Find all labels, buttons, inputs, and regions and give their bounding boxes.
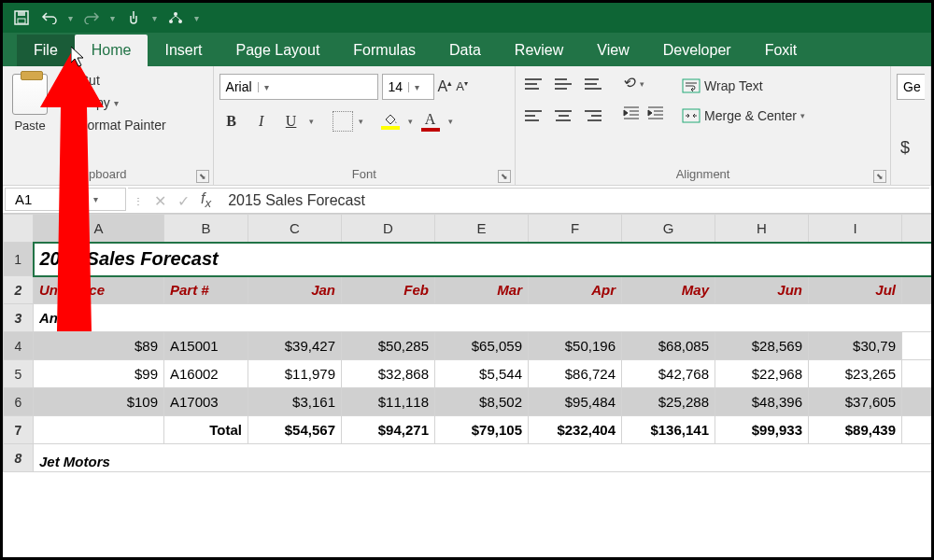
- font-dialog-launcher[interactable]: ⬊: [498, 170, 511, 183]
- tab-data[interactable]: Data: [432, 35, 498, 66]
- cell[interactable]: $50,285: [342, 332, 435, 360]
- align-left-button[interactable]: [521, 105, 545, 126]
- dropdown-icon[interactable]: ▾: [152, 13, 157, 23]
- number-format-combo[interactable]: Ge: [897, 74, 925, 100]
- clipboard-dialog-launcher[interactable]: ⬊: [196, 170, 209, 183]
- cell[interactable]: Part #: [164, 276, 248, 304]
- cell[interactable]: $99: [34, 360, 164, 388]
- alignment-dialog-launcher[interactable]: ⬊: [873, 170, 886, 183]
- column-header[interactable]: D: [342, 215, 435, 243]
- borders-button[interactable]: [333, 111, 353, 132]
- touch-mode-icon[interactable]: [124, 8, 143, 27]
- row-header[interactable]: 8: [4, 444, 34, 472]
- italic-button[interactable]: I: [249, 109, 274, 133]
- cell[interactable]: $79,105: [435, 416, 529, 444]
- font-name-combo[interactable]: Arial ▾: [219, 74, 378, 100]
- fx-icon[interactable]: fx: [201, 190, 211, 210]
- tab-file[interactable]: File: [17, 35, 75, 66]
- increase-indent-button[interactable]: [646, 105, 665, 126]
- cell[interactable]: Unit Price: [34, 276, 164, 304]
- cell[interactable]: $136,141: [622, 416, 715, 444]
- row-header[interactable]: 6: [4, 388, 34, 416]
- cell[interactable]: Mar: [435, 276, 529, 304]
- align-center-button[interactable]: [551, 105, 575, 126]
- row-header[interactable]: 4: [4, 332, 34, 360]
- cell[interactable]: Aug: [902, 276, 935, 304]
- tab-developer[interactable]: Developer: [646, 35, 748, 66]
- cell[interactable]: May: [622, 276, 715, 304]
- dropdown-icon[interactable]: ▾: [309, 117, 314, 126]
- cell[interactable]: $8,502: [435, 388, 529, 416]
- cell[interactable]: $32,868: [342, 360, 435, 388]
- cell[interactable]: $5,544: [435, 360, 529, 388]
- cell[interactable]: $65,059: [435, 332, 529, 360]
- column-header[interactable]: I: [809, 215, 902, 243]
- font-color-button[interactable]: A: [418, 111, 443, 132]
- dropdown-icon[interactable]: ▾: [359, 117, 363, 126]
- cell[interactable]: [34, 416, 164, 444]
- cell[interactable]: $48,396: [715, 388, 809, 416]
- dropdown-icon[interactable]: ▾: [65, 194, 126, 204]
- cell[interactable]: $30,79: [809, 332, 902, 360]
- row-header[interactable]: 5: [4, 360, 34, 388]
- font-size-combo[interactable]: 14 ▾: [382, 74, 434, 100]
- dropdown-icon[interactable]: ▾: [640, 79, 644, 89]
- row-header[interactable]: 7: [4, 416, 34, 444]
- formula-input[interactable]: 2015 Sales Forecast: [217, 188, 929, 213]
- cell[interactable]: $22,968: [715, 360, 809, 388]
- decrease-indent-button[interactable]: [622, 105, 641, 126]
- tab-foxit[interactable]: Foxit: [748, 35, 814, 66]
- cell[interactable]: Jet Motors: [34, 444, 935, 472]
- cell[interactable]: Jun: [715, 276, 809, 304]
- cell[interactable]: $25,288: [622, 388, 715, 416]
- dropdown-icon[interactable]: ▾: [68, 13, 73, 23]
- cell[interactable]: $232,404: [529, 416, 622, 444]
- increase-font-icon[interactable]: A▴: [438, 78, 453, 95]
- cell[interactable]: $99,933: [715, 416, 809, 444]
- cell[interactable]: $86,724: [529, 360, 622, 388]
- cell[interactable]: $37,605: [809, 388, 902, 416]
- format-painter-button[interactable]: Format Painter: [57, 115, 170, 135]
- cell[interactable]: $28,569: [715, 332, 809, 360]
- fill-color-button[interactable]: [378, 113, 403, 130]
- cell[interactable]: Apr: [529, 276, 622, 304]
- column-header[interactable]: J: [902, 215, 935, 243]
- tab-formulas[interactable]: Formulas: [336, 35, 432, 66]
- dropdown-icon[interactable]: ▾: [110, 13, 115, 23]
- row-header[interactable]: 1: [4, 243, 34, 276]
- dropdown-icon[interactable]: ▾: [448, 117, 453, 126]
- tab-review[interactable]: Review: [498, 35, 580, 66]
- column-header[interactable]: C: [248, 215, 342, 243]
- cell[interactable]: Jan: [248, 276, 342, 304]
- tab-home[interactable]: Home: [75, 35, 149, 66]
- cell[interactable]: Jul: [809, 276, 902, 304]
- align-bottom-button[interactable]: [581, 74, 605, 94]
- relationships-icon[interactable]: [166, 8, 185, 27]
- column-header[interactable]: A: [34, 215, 164, 243]
- tab-view[interactable]: View: [580, 35, 645, 66]
- cell[interactable]: A15001: [164, 332, 248, 360]
- cell[interactable]: $3,161: [248, 388, 342, 416]
- paste-button[interactable]: Paste: [8, 70, 51, 136]
- spreadsheet-grid[interactable]: A B C D E F G H I J 1 2015 Sales Forecas…: [3, 214, 931, 472]
- cell[interactable]: A16002: [164, 360, 248, 388]
- cell[interactable]: $23,265: [809, 360, 902, 388]
- cell[interactable]: $11,979: [248, 360, 342, 388]
- copy-button[interactable]: Copy ▾: [57, 92, 170, 113]
- align-middle-button[interactable]: [551, 74, 575, 94]
- cell[interactable]: Anvils: [34, 304, 935, 332]
- cell[interactable]: $54,567: [248, 416, 342, 444]
- column-header[interactable]: F: [529, 215, 622, 243]
- undo-icon[interactable]: [40, 8, 59, 27]
- orientation-button[interactable]: ⟲: [622, 74, 634, 94]
- cell[interactable]: $42,768: [622, 360, 715, 388]
- column-header[interactable]: E: [435, 215, 529, 243]
- dropdown-icon[interactable]: ▾: [408, 117, 413, 126]
- cell[interactable]: Feb: [342, 276, 435, 304]
- bold-button[interactable]: B: [219, 109, 244, 133]
- currency-button[interactable]: $: [897, 135, 913, 161]
- row-header[interactable]: 2: [4, 276, 34, 304]
- row-header[interactable]: 3: [4, 304, 34, 332]
- enter-formula-icon[interactable]: ✓: [177, 192, 190, 210]
- merge-center-button[interactable]: Merge & Center ▾: [678, 105, 809, 126]
